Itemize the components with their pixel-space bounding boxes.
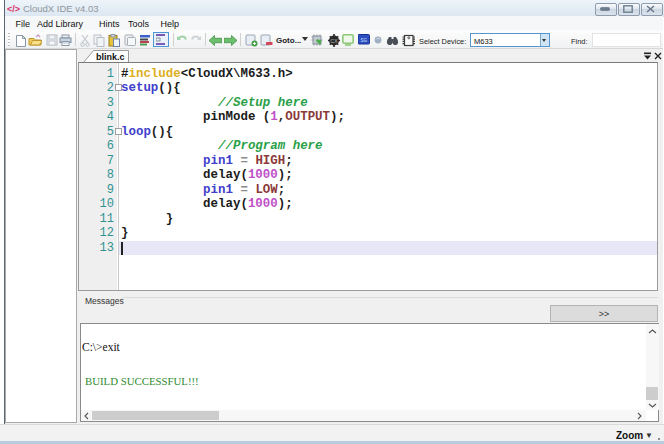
svg-text:SG: SG <box>361 38 368 43</box>
svg-text:CX: CX <box>331 38 339 44</box>
